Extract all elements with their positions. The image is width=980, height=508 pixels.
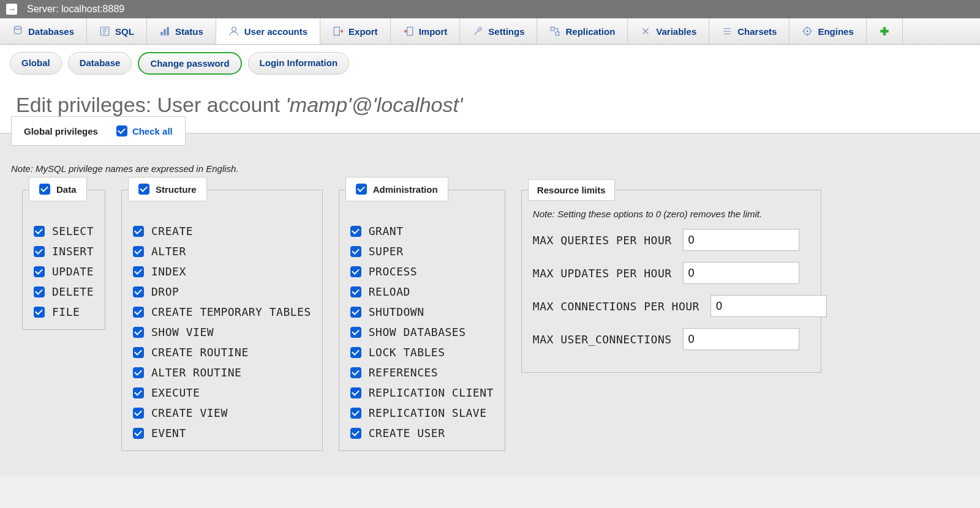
nav-settings[interactable]: Settings xyxy=(460,18,537,44)
subtab-change-password[interactable]: Change password xyxy=(138,52,241,75)
privilege-drop[interactable]: DROP xyxy=(133,285,311,298)
privilege-checkbox[interactable] xyxy=(350,347,361,358)
group-structure-legend[interactable]: Structure xyxy=(128,177,207,201)
resource-limit-input[interactable] xyxy=(683,262,799,284)
resource-limit-label: MAX USER_CONNECTIONS xyxy=(533,333,672,346)
privilege-checkbox[interactable] xyxy=(350,387,361,398)
privilege-create-view[interactable]: CREATE VIEW xyxy=(133,406,311,419)
nav-more[interactable] xyxy=(867,18,903,44)
nav-variables[interactable]: Variables xyxy=(628,18,709,44)
group-administration-checkbox[interactable] xyxy=(356,184,367,195)
privilege-checkbox[interactable] xyxy=(133,408,144,419)
collapse-arrow-icon[interactable]: → xyxy=(6,4,17,15)
privilege-alter[interactable]: ALTER xyxy=(133,245,311,258)
privilege-file[interactable]: FILE xyxy=(34,305,94,318)
resource-limit-max-connections-per-hour: MAX CONNECTIONS PER HOUR xyxy=(533,295,810,317)
nav-export[interactable]: Export xyxy=(320,18,391,44)
check-all-control[interactable]: Check all xyxy=(116,125,173,136)
privilege-checkbox[interactable] xyxy=(34,286,45,297)
group-data-checkbox[interactable] xyxy=(39,184,50,195)
privilege-label: ALTER ROUTINE xyxy=(151,366,241,379)
privilege-index[interactable]: INDEX xyxy=(133,265,311,278)
privilege-delete[interactable]: DELETE xyxy=(34,285,94,298)
privilege-checkbox[interactable] xyxy=(350,327,361,338)
privilege-checkbox[interactable] xyxy=(350,367,361,378)
resource-limit-input[interactable] xyxy=(683,229,799,251)
global-privileges-label: Global privileges xyxy=(24,126,98,136)
privilege-checkbox[interactable] xyxy=(350,307,361,318)
export-icon xyxy=(333,26,344,37)
privilege-create[interactable]: CREATE xyxy=(133,225,311,237)
privilege-checkbox[interactable] xyxy=(133,226,144,237)
server-label[interactable]: Server: localhost:8889 xyxy=(27,4,124,15)
privilege-checkbox[interactable] xyxy=(350,428,361,439)
nav-databases[interactable]: Databases xyxy=(0,18,87,44)
privilege-checkbox[interactable] xyxy=(133,347,144,358)
replication-icon xyxy=(549,26,560,37)
privilege-checkbox[interactable] xyxy=(34,246,45,257)
group-administration: Administration GRANTSUPERPROCESSRELOADSH… xyxy=(339,190,505,451)
subtab-database[interactable]: Database xyxy=(68,52,132,75)
privilege-checkbox[interactable] xyxy=(133,327,144,338)
privilege-show-databases[interactable]: SHOW DATABASES xyxy=(350,326,494,338)
privilege-checkbox[interactable] xyxy=(34,307,45,318)
svg-rect-7 xyxy=(164,29,165,35)
privilege-reload[interactable]: RELOAD xyxy=(350,285,494,298)
subtab-login-information[interactable]: Login Information xyxy=(248,52,349,75)
nav-status[interactable]: Status xyxy=(147,18,216,44)
privilege-replication-client[interactable]: REPLICATION CLIENT xyxy=(350,386,494,399)
privilege-create-user[interactable]: CREATE USER xyxy=(350,427,494,439)
privilege-select[interactable]: SELECT xyxy=(34,225,94,237)
privilege-checkbox[interactable] xyxy=(350,286,361,297)
privilege-checkbox[interactable] xyxy=(133,367,144,378)
privilege-replication-slave[interactable]: REPLICATION SLAVE xyxy=(350,406,494,419)
nav-replication[interactable]: Replication xyxy=(537,18,628,44)
resource-limits-legend: Resource limits xyxy=(528,179,615,201)
nav-user-accounts[interactable]: User accounts xyxy=(216,18,320,44)
content-area: Global privileges Check all Note: MySQL … xyxy=(0,133,980,476)
privilege-checkbox[interactable] xyxy=(133,428,144,439)
nav-engines[interactable]: Engines xyxy=(790,18,866,44)
privilege-show-view[interactable]: SHOW VIEW xyxy=(133,326,311,338)
privilege-checkbox[interactable] xyxy=(34,266,45,277)
group-administration-legend[interactable]: Administration xyxy=(345,177,448,201)
privilege-checkbox[interactable] xyxy=(350,226,361,237)
group-data-legend[interactable]: Data xyxy=(29,177,87,201)
privilege-label: INSERT xyxy=(52,245,94,258)
privilege-alter-routine[interactable]: ALTER ROUTINE xyxy=(133,366,311,379)
privilege-checkbox[interactable] xyxy=(133,266,144,277)
privilege-update[interactable]: UPDATE xyxy=(34,265,94,278)
check-all-checkbox[interactable] xyxy=(116,125,127,136)
privilege-checkbox[interactable] xyxy=(133,286,144,297)
privilege-grant[interactable]: GRANT xyxy=(350,225,494,237)
privilege-create-temporary-tables[interactable]: CREATE TEMPORARY TABLES xyxy=(133,305,311,318)
privilege-checkbox[interactable] xyxy=(350,408,361,419)
nav-label: Databases xyxy=(28,26,74,37)
resource-limit-input[interactable] xyxy=(683,328,799,350)
privilege-checkbox[interactable] xyxy=(133,307,144,318)
subtab-global[interactable]: Global xyxy=(10,52,62,75)
privilege-checkbox[interactable] xyxy=(133,246,144,257)
privilege-checkbox[interactable] xyxy=(350,246,361,257)
global-privileges-header: Global privileges Check all xyxy=(11,116,186,146)
group-structure: Structure CREATEALTERINDEXDROPCREATE TEM… xyxy=(121,190,323,451)
privilege-insert[interactable]: INSERT xyxy=(34,245,94,258)
privilege-lock-tables[interactable]: LOCK TABLES xyxy=(350,346,494,359)
nav-charsets[interactable]: Charsets xyxy=(709,18,790,44)
privilege-event[interactable]: EVENT xyxy=(133,427,311,439)
privilege-checkbox[interactable] xyxy=(350,266,361,277)
privilege-execute[interactable]: EXECUTE xyxy=(133,386,311,399)
privilege-references[interactable]: REFERENCES xyxy=(350,366,494,379)
group-structure-checkbox[interactable] xyxy=(138,184,149,195)
privilege-super[interactable]: SUPER xyxy=(350,245,494,258)
resource-limit-input[interactable] xyxy=(710,295,827,317)
svg-rect-13 xyxy=(556,32,560,35)
privilege-shutdown[interactable]: SHUTDOWN xyxy=(350,305,494,318)
privilege-create-routine[interactable]: CREATE ROUTINE xyxy=(133,346,311,359)
privilege-process[interactable]: PROCESS xyxy=(350,265,494,278)
group-structure-title: Structure xyxy=(156,184,197,195)
privilege-checkbox[interactable] xyxy=(34,226,45,237)
nav-import[interactable]: Import xyxy=(391,18,461,44)
nav-sql[interactable]: SQL xyxy=(87,18,147,44)
privilege-checkbox[interactable] xyxy=(133,387,144,398)
